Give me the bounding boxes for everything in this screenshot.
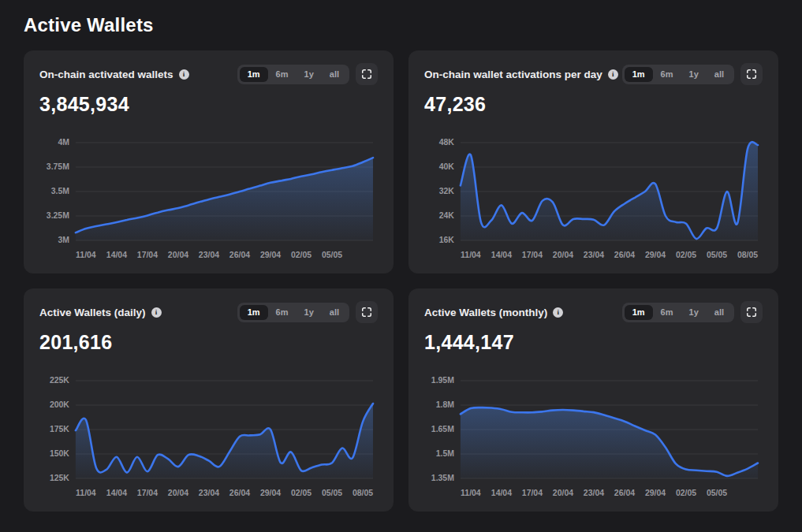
card-title-label: Active Wallets (daily) [39,307,146,318]
card-on-chain-activated-wallets: On-chain activated wallets i 1m 6m 1y al… [24,50,394,273]
card-title: Active Wallets (daily) i [39,307,162,318]
range-selector: 1m 6m 1y all [622,65,734,84]
fullscreen-button[interactable] [356,301,378,323]
fullscreen-button[interactable] [740,63,763,85]
info-icon[interactable]: i [553,307,563,318]
card-title-label: On-chain wallet activations per day [424,69,602,80]
svg-text:11/04: 11/04 [461,251,481,259]
svg-text:08/05: 08/05 [353,489,373,497]
line-chart-active-wallets-daily: 125K150K175K200K225K11/0414/0417/0420/04… [39,370,378,504]
svg-text:3M: 3M [58,236,69,244]
svg-text:14/04: 14/04 [491,251,512,259]
svg-text:29/04: 29/04 [260,251,281,259]
range-button-all[interactable]: all [322,305,347,320]
card-title-label: Active Wallets (monthly) [424,307,547,318]
svg-text:11/04: 11/04 [76,251,96,259]
expand-icon [361,307,372,318]
card-active-wallets-monthly: Active Wallets (monthly) i 1m 6m 1y all … [408,288,778,512]
expand-icon [746,69,757,80]
card-header: Active Wallets (daily) i 1m 6m 1y all [39,301,378,323]
card-title: On-chain activated wallets i [39,69,189,80]
svg-text:26/04: 26/04 [229,251,250,259]
range-button-all[interactable]: all [322,67,347,82]
range-button-1y[interactable]: 1y [681,67,707,82]
header-controls: 1m 6m 1y all [237,301,378,323]
svg-text:17/04: 17/04 [522,251,543,259]
chart-container: 125K150K175K200K225K11/0414/0417/0420/04… [39,359,378,504]
range-button-6m[interactable]: 6m [653,67,681,82]
line-chart-activated-wallets: 3M3.25M3.5M3.75M4M11/0414/0417/0420/0423… [39,132,378,266]
stat-value: 1,444,147 [424,331,763,354]
stat-value: 47,236 [424,93,763,116]
svg-text:02/05: 02/05 [676,251,696,259]
svg-text:3.25M: 3.25M [47,211,69,220]
svg-text:17/04: 17/04 [137,251,158,259]
card-header: On-chain wallet activations per day i 1m… [424,63,763,85]
range-button-1m[interactable]: 1m [240,67,268,82]
svg-text:02/05: 02/05 [291,251,311,259]
range-button-6m[interactable]: 6m [268,305,297,320]
svg-text:05/05: 05/05 [707,489,727,497]
svg-text:20/04: 20/04 [168,489,188,497]
range-button-6m[interactable]: 6m [653,305,681,320]
svg-text:29/04: 29/04 [645,251,666,259]
info-icon[interactable]: i [151,307,162,318]
line-chart-activations-per-day: 16K24K32K40K48K11/0414/0417/0420/0423/04… [424,132,763,266]
svg-text:14/04: 14/04 [491,489,512,497]
info-icon[interactable]: i [608,69,618,80]
stat-value: 201,616 [39,331,378,354]
svg-text:23/04: 23/04 [584,489,604,497]
page-title: Active Wallets [24,14,778,36]
chart-container: 3M3.25M3.5M3.75M4M11/0414/0417/0420/0423… [39,121,378,266]
cards-grid: On-chain activated wallets i 1m 6m 1y al… [24,50,778,512]
svg-text:1.65M: 1.65M [431,425,454,433]
fullscreen-button[interactable] [356,63,378,85]
svg-text:4M: 4M [58,138,69,147]
range-button-6m[interactable]: 6m [268,67,297,82]
range-selector: 1m 6m 1y all [237,303,349,322]
svg-text:05/05: 05/05 [707,251,727,259]
info-icon[interactable]: i [179,69,189,80]
svg-text:1.5M: 1.5M [436,449,455,458]
svg-text:05/05: 05/05 [322,489,342,497]
svg-text:24K: 24K [439,211,455,220]
range-button-1y[interactable]: 1y [297,305,322,320]
svg-text:26/04: 26/04 [614,251,635,259]
fullscreen-button[interactable] [740,301,763,323]
svg-text:1.95M: 1.95M [431,376,454,385]
card-header: On-chain activated wallets i 1m 6m 1y al… [39,63,378,85]
svg-text:48K: 48K [439,138,455,147]
chart-container: 1.35M1.5M1.65M1.8M1.95M11/0414/0417/0420… [424,359,763,504]
svg-text:40K: 40K [439,162,455,171]
svg-text:200K: 200K [50,400,69,409]
svg-text:14/04: 14/04 [106,251,127,259]
svg-text:23/04: 23/04 [199,251,219,259]
range-button-1m[interactable]: 1m [625,67,653,82]
range-button-1y[interactable]: 1y [297,67,322,82]
range-button-1m[interactable]: 1m [625,305,653,320]
range-button-1m[interactable]: 1m [240,305,268,320]
svg-text:11/04: 11/04 [76,489,96,497]
svg-text:17/04: 17/04 [137,489,158,497]
svg-text:05/05: 05/05 [322,251,342,259]
svg-text:125K: 125K [50,474,69,482]
svg-text:16K: 16K [439,236,455,244]
svg-text:08/05: 08/05 [737,251,758,259]
svg-text:175K: 175K [50,425,69,433]
expand-icon [361,69,372,80]
svg-text:26/04: 26/04 [614,489,635,497]
svg-text:150K: 150K [50,449,69,458]
card-header: Active Wallets (monthly) i 1m 6m 1y all [424,301,763,323]
line-chart-active-wallets-monthly: 1.35M1.5M1.65M1.8M1.95M11/0414/0417/0420… [424,370,763,504]
range-button-1y[interactable]: 1y [681,305,707,320]
range-button-all[interactable]: all [707,305,732,320]
chart-container: 16K24K32K40K48K11/0414/0417/0420/0423/04… [424,121,763,266]
svg-text:1.8M: 1.8M [436,400,455,409]
svg-text:20/04: 20/04 [553,251,573,259]
svg-text:02/05: 02/05 [676,489,696,497]
svg-text:29/04: 29/04 [260,489,281,497]
range-selector: 1m 6m 1y all [237,65,349,84]
expand-icon [746,307,757,318]
svg-text:23/04: 23/04 [199,489,219,497]
range-button-all[interactable]: all [707,67,732,82]
